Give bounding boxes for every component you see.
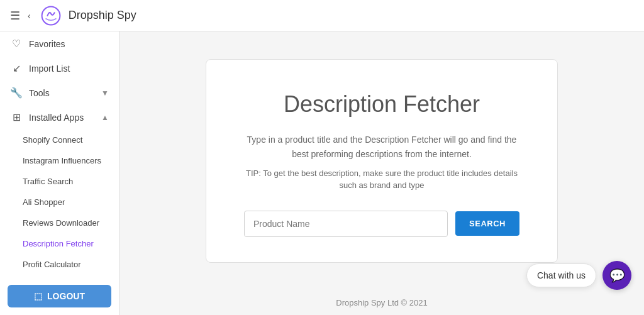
footer-text: Dropship Spy Ltd © 2021 — [336, 298, 427, 307]
chat-button[interactable]: 💬 — [602, 261, 631, 290]
sidebar: ♡ Favorites ↙ Import List 🔧 Tools ▼ ⊞ In… — [0, 31, 119, 315]
chat-icon: 💬 — [609, 268, 625, 283]
sidebar-item-tools[interactable]: 🔧 Tools ▼ — [0, 80, 119, 105]
sidebar-item-favorites[interactable]: ♡ Favorites — [0, 31, 119, 56]
sidebar-item-installed-apps[interactable]: ⊞ Installed Apps ▲ — [0, 105, 119, 130]
sidebar-label-import-list: Import List — [29, 64, 70, 74]
shopify-connect-label: Shopify Connect — [23, 135, 82, 145]
description-fetcher-card: Description Fetcher Type in a product ti… — [206, 59, 558, 263]
logout-label: LOGOUT — [47, 291, 85, 301]
sidebar-label-tools: Tools — [29, 88, 50, 98]
search-button[interactable]: SEARCH — [455, 211, 519, 236]
tools-chevron: ▼ — [101, 89, 109, 97]
profit-calculator-label: Profit Calculator — [23, 260, 80, 269]
chat-label: Chat with us — [526, 263, 596, 287]
description-fetcher-label: Description Fetcher — [23, 239, 94, 248]
sidebar-sub-item-reviews-downloader[interactable]: Reviews Downloader — [0, 213, 119, 233]
sidebar-sub-item-description-fetcher[interactable]: Description Fetcher — [0, 233, 119, 254]
installed-apps-icon: ⊞ — [10, 111, 23, 123]
reviews-downloader-label: Reviews Downloader — [23, 218, 99, 228]
logout-button[interactable]: ⬚ LOGOUT — [8, 285, 111, 307]
sidebar-item-account[interactable]: 👤 Account — [0, 275, 119, 277]
sidebar-scroll: ♡ Favorites ↙ Import List 🔧 Tools ▼ ⊞ In… — [0, 31, 119, 277]
card-tip: TIP: To get the best description, make s… — [244, 167, 519, 192]
chat-widget: Chat with us 💬 — [526, 261, 631, 290]
tools-icon: 🔧 — [10, 87, 23, 99]
footer: Dropship Spy Ltd © 2021 — [119, 290, 644, 315]
search-row: SEARCH — [244, 211, 519, 237]
main-content: Description Fetcher Type in a product ti… — [119, 31, 644, 290]
sidebar-sub-item-profit-calculator[interactable]: Profit Calculator — [0, 254, 119, 275]
sidebar-sub-item-shopify-connect[interactable]: Shopify Connect — [0, 130, 119, 150]
card-description: Type in a product title and the Descript… — [244, 133, 519, 161]
favorites-icon: ♡ — [10, 38, 23, 50]
app-title: Dropship Spy — [69, 9, 136, 22]
sidebar-label-favorites: Favorites — [29, 39, 65, 49]
card-title: Description Fetcher — [244, 91, 519, 118]
sidebar-sub-item-instagram-influencers[interactable]: Instagram Influencers — [0, 150, 119, 171]
back-icon[interactable]: ‹ — [28, 11, 31, 21]
topbar: ☰ ‹ Dropship Spy — [0, 0, 644, 31]
svg-point-0 — [42, 6, 60, 25]
logout-icon: ⬚ — [34, 291, 42, 301]
product-name-input[interactable] — [244, 211, 448, 237]
logo-icon — [41, 6, 61, 26]
instagram-influencers-label: Instagram Influencers — [23, 156, 101, 165]
installed-apps-chevron: ▲ — [101, 113, 109, 122]
import-list-icon: ↙ — [10, 62, 23, 74]
sidebar-sub-item-traffic-search[interactable]: Traffic Search — [0, 171, 119, 192]
menu-icon[interactable]: ☰ — [10, 9, 20, 23]
sidebar-sub-item-ali-shopper[interactable]: Ali Shopper — [0, 192, 119, 213]
ali-shopper-label: Ali Shopper — [23, 197, 65, 207]
search-button-label: SEARCH — [469, 219, 506, 228]
sidebar-label-installed-apps: Installed Apps — [29, 113, 84, 123]
traffic-search-label: Traffic Search — [23, 177, 73, 186]
sidebar-item-import-list[interactable]: ↙ Import List — [0, 56, 119, 80]
